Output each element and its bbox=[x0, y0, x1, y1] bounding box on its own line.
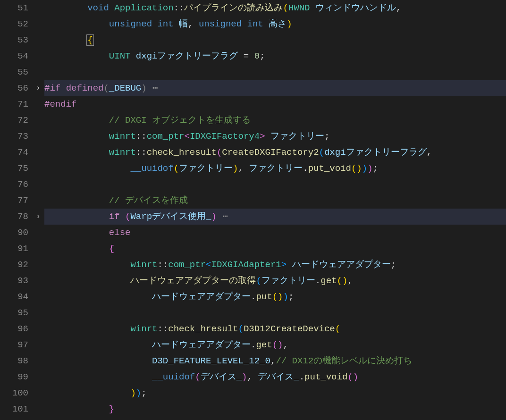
fold-toggle-icon[interactable]: › bbox=[32, 80, 44, 96]
code-token: :: bbox=[157, 260, 168, 270]
code-line[interactable]: winrt::com_ptr<IDXGIAdapter1> ハードウェアアダプタ… bbox=[44, 257, 506, 273]
code-line[interactable]: winrt::com_ptr<IDXGIFactory4> ファクトリー; bbox=[44, 128, 506, 144]
code-line[interactable]: } bbox=[44, 401, 506, 417]
line-number: 91 bbox=[0, 241, 28, 257]
code-line[interactable]: winrt::check_hresult(CreateDXGIFactory2(… bbox=[44, 144, 506, 160]
code-token: , bbox=[283, 340, 288, 350]
code-token: . bbox=[251, 340, 256, 350]
code-token: ハードウェアアダプター bbox=[152, 292, 251, 302]
code-line[interactable]: ハードウェアアダプター.put()); bbox=[44, 289, 506, 305]
line-number: 56 bbox=[0, 80, 28, 96]
code-token: ( bbox=[272, 292, 278, 302]
fold-spacer bbox=[32, 225, 44, 241]
code-line[interactable]: else bbox=[44, 225, 506, 241]
code-token: < bbox=[184, 131, 189, 142]
code-token: ; bbox=[324, 131, 329, 142]
line-number: 54 bbox=[0, 48, 28, 64]
line-number-gutter: 5152535455567172737475767778909192939495… bbox=[0, 0, 32, 420]
code-token: 幅 bbox=[179, 19, 188, 29]
code-token: ( bbox=[283, 3, 288, 13]
line-number: 93 bbox=[0, 273, 28, 289]
code-token: { bbox=[109, 244, 114, 254]
code-line[interactable]: ハードウェアアダプターの取得(ファクトリー.get(), bbox=[44, 273, 506, 289]
line-number: 51 bbox=[0, 0, 28, 16]
code-token: , bbox=[247, 372, 258, 382]
code-token: get bbox=[256, 340, 272, 350]
fold-spacer bbox=[32, 16, 44, 32]
code-line[interactable] bbox=[44, 64, 506, 80]
code-line[interactable]: // デバイスを作成 bbox=[44, 193, 506, 209]
fold-spacer bbox=[32, 257, 44, 273]
code-token bbox=[44, 51, 109, 61]
code-token bbox=[44, 19, 109, 29]
code-token bbox=[44, 372, 152, 382]
fold-column[interactable]: ›› bbox=[32, 0, 44, 420]
code-line[interactable]: __uuidof(デバイス_), デバイス_.put_void() bbox=[44, 369, 506, 385]
code-token: ; bbox=[373, 163, 378, 174]
fold-spacer bbox=[32, 144, 44, 160]
fold-toggle-icon[interactable]: › bbox=[32, 209, 44, 225]
code-token bbox=[265, 131, 270, 142]
code-token: ⋯ bbox=[217, 211, 228, 222]
code-line[interactable]: { bbox=[44, 241, 506, 257]
code-token: 0 bbox=[254, 51, 260, 61]
code-token: winrt bbox=[130, 260, 157, 270]
code-token: dxgiファクトリーフラグ bbox=[324, 147, 427, 158]
code-token: , bbox=[188, 19, 199, 29]
code-token bbox=[242, 19, 247, 29]
code-token bbox=[44, 3, 87, 13]
code-line[interactable]: #if defined(_DEBUG) ⋯ bbox=[44, 80, 506, 96]
fold-spacer bbox=[32, 289, 44, 305]
code-line[interactable]: unsigned int 幅, unsigned int 高さ) bbox=[44, 16, 506, 32]
code-line[interactable] bbox=[44, 305, 506, 321]
code-token: ) bbox=[211, 211, 216, 222]
code-line[interactable]: #endif bbox=[44, 96, 506, 112]
fold-spacer bbox=[32, 64, 44, 80]
code-token bbox=[44, 404, 109, 414]
line-number: 90 bbox=[0, 225, 28, 241]
code-token: _DEBUG bbox=[109, 83, 141, 93]
code-token bbox=[263, 19, 269, 29]
code-token: デバイス_ bbox=[201, 372, 242, 382]
code-token: . bbox=[251, 292, 256, 302]
code-token: ( bbox=[319, 147, 324, 158]
fold-spacer bbox=[32, 48, 44, 64]
code-token: ) bbox=[367, 163, 372, 174]
code-line[interactable]: // DXGI オブジェクトを生成する bbox=[44, 112, 506, 128]
code-area[interactable]: void Application::パイプラインの読み込み(HWND ウィンドウ… bbox=[44, 0, 506, 420]
code-token bbox=[44, 147, 109, 158]
line-number: 100 bbox=[0, 385, 28, 401]
code-token: ) bbox=[130, 388, 135, 398]
code-token: { bbox=[86, 34, 93, 46]
code-token: ) bbox=[233, 163, 238, 174]
line-number: 74 bbox=[0, 144, 28, 160]
code-line[interactable]: if (Warpデバイス使用_) ⋯ bbox=[44, 209, 506, 225]
code-line[interactable]: void Application::パイプラインの読み込み(HWND ウィンドウ… bbox=[44, 0, 506, 16]
code-line[interactable] bbox=[44, 176, 506, 193]
code-editor[interactable]: 5152535455567172737475767778909192939495… bbox=[0, 0, 506, 420]
code-token: . bbox=[315, 276, 320, 286]
code-line[interactable]: { bbox=[44, 32, 506, 48]
code-token: else bbox=[109, 227, 131, 238]
fold-spacer bbox=[32, 321, 44, 337]
code-token: :: bbox=[136, 131, 147, 142]
code-line[interactable]: )); bbox=[44, 385, 506, 401]
code-line[interactable]: ハードウェアアダプター.get(), bbox=[44, 337, 506, 353]
code-token: ) bbox=[278, 292, 283, 302]
code-token: ( bbox=[125, 211, 130, 222]
fold-spacer bbox=[32, 32, 44, 48]
line-number: 77 bbox=[0, 193, 28, 209]
code-token bbox=[287, 260, 292, 270]
code-line[interactable]: UINT dxgiファクトリーフラグ = 0; bbox=[44, 48, 506, 64]
line-number: 52 bbox=[0, 16, 28, 32]
code-token: ) bbox=[342, 276, 347, 286]
code-token bbox=[44, 227, 109, 238]
code-token: // デバイスを作成 bbox=[109, 195, 188, 206]
code-token: . bbox=[303, 163, 308, 174]
code-token: , bbox=[270, 356, 276, 366]
code-line[interactable]: winrt::check_hresult(D3D12CreateDevice( bbox=[44, 321, 506, 337]
code-token: ( bbox=[256, 276, 261, 286]
code-line[interactable]: __uuidof(ファクトリー), ファクトリー.put_void())); bbox=[44, 160, 506, 176]
code-token: ; bbox=[260, 51, 265, 61]
code-line[interactable]: D3D_FEATURE_LEVEL_12_0,// DX12の機能レベルに決め打… bbox=[44, 353, 506, 369]
